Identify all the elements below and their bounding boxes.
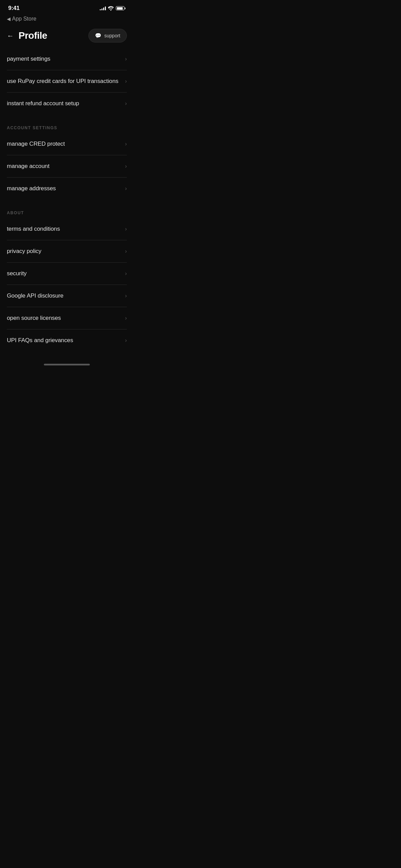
menu-item-cred-protect[interactable]: manage CRED protect › bbox=[7, 133, 127, 155]
menu-item-label: UPI FAQs and grievances bbox=[7, 337, 73, 344]
status-time: 9:41 bbox=[8, 5, 20, 12]
chevron-icon: › bbox=[125, 248, 127, 254]
menu-item-label: terms and conditions bbox=[7, 226, 60, 232]
chevron-icon: › bbox=[125, 270, 127, 277]
chevron-icon: › bbox=[125, 315, 127, 321]
page-header: ← Profile 💬 support bbox=[0, 25, 134, 48]
status-bar: 9:41 bbox=[0, 0, 134, 14]
battery-icon bbox=[116, 6, 125, 10]
signal-icon bbox=[100, 6, 106, 10]
menu-item-terms[interactable]: terms and conditions › bbox=[7, 218, 127, 240]
status-icons bbox=[100, 6, 125, 11]
about-section-title: ABOUT bbox=[7, 210, 127, 218]
home-indicator bbox=[0, 358, 134, 368]
appstore-back-label: App Store bbox=[12, 16, 36, 22]
support-chat-icon: 💬 bbox=[95, 33, 101, 39]
chevron-icon: › bbox=[125, 293, 127, 299]
chevron-icon: › bbox=[125, 185, 127, 192]
menu-item-label: use RuPay credit cards for UPI transacti… bbox=[7, 78, 118, 85]
menu-item-label: security bbox=[7, 270, 27, 277]
about-section: ABOUT terms and conditions › privacy pol… bbox=[7, 210, 127, 351]
menu-item-payment-settings[interactable]: payment settings › bbox=[7, 48, 127, 70]
chevron-icon: › bbox=[125, 56, 127, 62]
menu-item-label: manage account bbox=[7, 163, 49, 170]
menu-item-label: Google API disclosure bbox=[7, 292, 63, 299]
chevron-icon: › bbox=[125, 226, 127, 232]
menu-item-google-api[interactable]: Google API disclosure › bbox=[7, 285, 127, 307]
support-button[interactable]: 💬 support bbox=[88, 29, 127, 43]
main-content: payment settings › use RuPay credit card… bbox=[0, 48, 134, 351]
menu-item-rupay-credit[interactable]: use RuPay credit cards for UPI transacti… bbox=[7, 70, 127, 93]
menu-item-label: instant refund account setup bbox=[7, 100, 79, 107]
menu-item-label: manage addresses bbox=[7, 185, 56, 192]
menu-item-security[interactable]: security › bbox=[7, 263, 127, 285]
menu-item-privacy[interactable]: privacy policy › bbox=[7, 240, 127, 263]
page-title: Profile bbox=[19, 30, 47, 41]
back-button[interactable]: ← bbox=[7, 32, 13, 40]
menu-item-label: privacy policy bbox=[7, 248, 41, 255]
account-settings-section: ACCOUNT SETTINGS manage CRED protect › m… bbox=[7, 125, 127, 200]
menu-item-label: open source licenses bbox=[7, 315, 61, 322]
menu-item-label: payment settings bbox=[7, 56, 50, 62]
appstore-back[interactable]: ◀ App Store bbox=[0, 14, 134, 25]
menu-item-open-source[interactable]: open source licenses › bbox=[7, 307, 127, 329]
menu-item-upi-faqs[interactable]: UPI FAQs and grievances › bbox=[7, 329, 127, 351]
menu-item-instant-refund[interactable]: instant refund account setup › bbox=[7, 93, 127, 114]
chevron-icon: › bbox=[125, 141, 127, 147]
wifi-icon bbox=[108, 6, 114, 11]
payment-section-items: payment settings › use RuPay credit card… bbox=[7, 48, 127, 114]
header-left: ← Profile bbox=[7, 30, 47, 41]
account-settings-section-title: ACCOUNT SETTINGS bbox=[7, 125, 127, 133]
chevron-icon: › bbox=[125, 78, 127, 84]
menu-item-label: manage CRED protect bbox=[7, 141, 65, 147]
chevron-icon: › bbox=[125, 100, 127, 107]
chevron-icon: › bbox=[125, 163, 127, 169]
chevron-icon: › bbox=[125, 337, 127, 343]
appstore-back-arrow: ◀ bbox=[7, 16, 11, 22]
back-arrow-icon: ← bbox=[7, 32, 13, 40]
menu-item-manage-account[interactable]: manage account › bbox=[7, 155, 127, 178]
menu-item-manage-addresses[interactable]: manage addresses › bbox=[7, 178, 127, 200]
home-indicator-bar bbox=[44, 364, 90, 365]
support-label: support bbox=[104, 33, 120, 38]
